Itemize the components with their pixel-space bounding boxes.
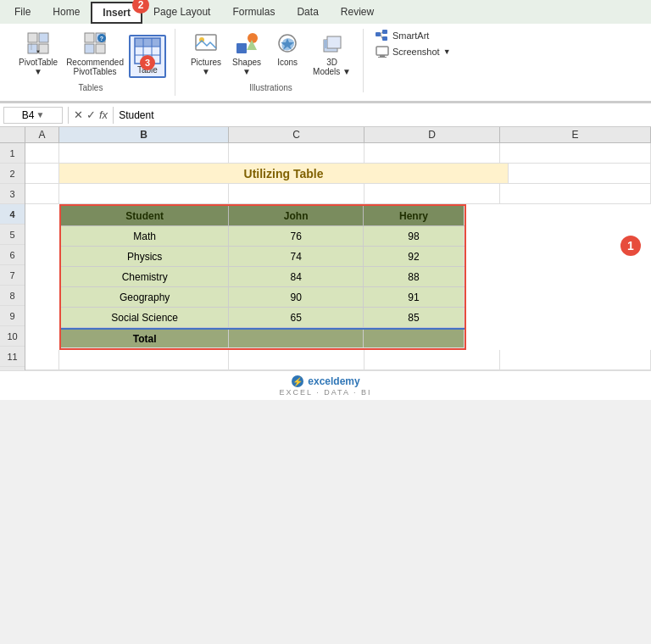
col-header-a[interactable]: A [25,127,59,142]
svg-rect-17 [143,38,152,47]
illustrations-group-label: Illustrations [249,83,292,92]
header-student[interactable]: Student [61,206,229,225]
formula-confirm-icon[interactable]: ✓ [86,108,96,121]
row-num-8[interactable]: 8 [0,286,25,306]
svg-rect-18 [152,38,160,47]
watermark: ⚡ exceldemy EXCEL · DATA · BI [0,370,651,400]
row-num-4[interactable]: 4 [0,204,25,225]
watermark-logo-icon: ⚡ [291,375,304,388]
col-header-d[interactable]: D [364,127,500,142]
shapes-button[interactable]: Shapes▼ [228,29,265,78]
row-num-9[interactable]: 9 [0,306,25,326]
icons-label: Icons [277,58,298,67]
cell-reference-box[interactable]: B4 ▼ [3,107,63,124]
cell-henry-physics[interactable]: 92 [364,247,465,266]
table-row [25,350,651,370]
svg-rect-29 [382,30,387,34]
formula-fx-icon[interactable]: fx [99,108,108,121]
row-num-11[interactable]: 11 [0,347,25,367]
header-henry[interactable]: Henry [364,206,465,225]
cell-john-physics[interactable]: 74 [229,247,364,266]
recommended-pivot-button[interactable]: ? RecommendedPivotTables [63,29,127,78]
badge-1: 1 [620,236,641,256]
tab-data[interactable]: Data [286,2,329,24]
cell-ref-value: B4 [22,109,35,121]
svg-rect-28 [376,32,381,36]
sheet-body: 1 2 3 4 5 6 7 8 9 10 11 U [0,143,651,370]
shapes-label: Shapes▼ [232,58,261,76]
row-num-6[interactable]: 6 [0,245,25,265]
watermark-sub: EXCEL · DATA · BI [3,388,648,397]
screenshot-button[interactable]: Screenshot ▼ [376,45,451,58]
3d-models-button[interactable]: 3DModels ▼ [309,29,354,78]
table-row: Chemistry 84 88 [61,267,465,287]
cell-geography[interactable]: Geography [61,287,229,307]
tab-page-layout[interactable]: Page Layout [142,2,221,24]
svg-rect-21 [236,43,247,53]
table-button[interactable]: 3 Table [129,35,166,78]
screenshot-label: Screenshot [392,47,440,57]
pictures-button[interactable]: Pictures▼ [187,29,225,78]
tab-formulas[interactable]: Formulas [221,2,286,24]
pictures-label: Pictures▼ [191,58,221,76]
row-num-10[interactable]: 10 [0,326,25,347]
cell-john-chemistry[interactable]: 84 [229,267,364,286]
cell-john-social-science[interactable]: 65 [229,308,364,327]
3d-models-label: 3DModels ▼ [313,58,351,76]
cell-social-science[interactable]: Social Science [61,308,229,327]
ribbon-group-smartart-screenshot: SmartArt Screenshot ▼ [367,29,459,58]
cell-henry-math[interactable]: 98 [364,226,465,246]
table-row: Social Science 65 85 [61,308,465,328]
tab-file[interactable]: File [3,2,42,24]
watermark-brand: exceldemy [308,375,359,387]
row-num-3[interactable]: 3 [0,184,25,204]
cell-total[interactable]: Total [61,330,229,347]
row-num-2[interactable]: 2 [0,164,25,184]
ribbon-content: ▼ PivotTable▼ ? [0,24,651,103]
svg-rect-33 [376,47,388,55]
svg-rect-19 [196,35,216,50]
table-row: Physics 74 92 [61,247,465,267]
smartart-button[interactable]: SmartArt [376,29,451,42]
row-num-7[interactable]: 7 [0,265,25,286]
svg-rect-27 [324,40,327,48]
table-row [25,184,651,204]
cell-john-geography[interactable]: 90 [229,287,364,307]
cell-chemistry[interactable]: Chemistry [61,267,229,286]
ribbon-tab-bar: File Home Insert 2 Page Layout Formulas … [0,0,651,24]
tab-home[interactable]: Home [42,2,91,24]
pivot-table-button[interactable]: ▼ PivotTable▼ [15,29,61,78]
header-john[interactable]: John [229,206,364,225]
col-header-c[interactable]: C [229,127,364,142]
cell-total-john[interactable] [229,330,364,347]
table-row [25,143,651,164]
svg-rect-0 [28,33,37,42]
cell-henry-chemistry[interactable]: 88 [364,267,465,286]
svg-text:⚡: ⚡ [292,376,303,387]
cell-math[interactable]: Math [61,226,229,246]
cell-physics[interactable]: Physics [61,247,229,266]
title-cell[interactable]: Utilizing Table [59,164,509,183]
table-row: Total [61,328,465,348]
sheet-columns: Utilizing Table Student John Henry [25,143,651,370]
row-num-5[interactable]: 5 [0,225,25,245]
cell-henry-social-science[interactable]: 85 [364,308,465,327]
tab-insert[interactable]: Insert 2 [91,2,142,24]
ribbon: File Home Insert 2 Page Layout Formulas … [0,0,651,103]
cell-total-henry[interactable] [364,330,465,347]
badge-3: 3 [140,55,155,70]
row-num-1[interactable]: 1 [0,143,25,164]
formula-cancel-icon[interactable]: ✕ [74,108,83,121]
svg-rect-34 [380,55,385,57]
col-header-e[interactable]: E [500,127,651,142]
ribbon-group-tables: ▼ PivotTable▼ ? [7,29,175,96]
data-table: Student John Henry Math 76 98 Physics 74… [59,204,466,350]
tab-review[interactable]: Review [330,2,385,24]
col-header-b[interactable]: B [59,127,229,142]
formula-bar: B4 ▼ ✕ ✓ fx Student [0,103,651,127]
cell-john-math[interactable]: 76 [229,226,364,246]
svg-rect-1 [39,33,48,42]
icons-button[interactable]: Icons [269,29,306,78]
formula-bar-divider [68,107,69,124]
cell-henry-geography[interactable]: 91 [364,287,465,307]
